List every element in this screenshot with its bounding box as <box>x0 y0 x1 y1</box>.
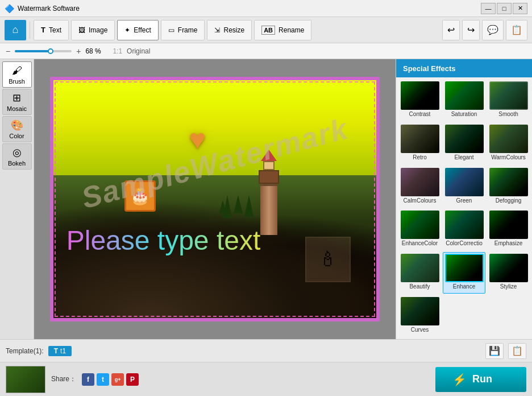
zoom-slider-thumb[interactable] <box>48 48 53 54</box>
template-tag: T t1 <box>48 346 72 356</box>
zoom-level: 68 % <box>85 47 108 55</box>
twitter-share[interactable]: t <box>97 373 109 386</box>
effect-label-contrast: Contrast <box>409 111 431 117</box>
effect-thumb-contrast <box>401 81 439 110</box>
cake-watermark: 🎂 <box>124 180 156 212</box>
effect-item-curves[interactable]: Curves <box>398 295 441 337</box>
zoom-bar: − + 68 % 1:1 Original <box>0 43 532 59</box>
effect-item-retro[interactable]: Retro <box>398 123 441 164</box>
zoom-ratio-sep: 1:1 <box>113 47 122 55</box>
effect-thumb-enhance <box>445 254 484 282</box>
pinterest-share[interactable]: P <box>126 373 139 386</box>
effect-thumb-green <box>445 168 484 196</box>
image-sky <box>53 80 376 187</box>
lighthouse-decoration <box>252 161 286 235</box>
effect-item-enhance[interactable]: Enhance <box>443 252 485 294</box>
share-label: Share： <box>51 374 76 384</box>
effect-image-colorcorrection <box>445 211 484 239</box>
effect-label: Effect <box>134 26 151 34</box>
canvas-area[interactable]: ♥ 🎂 🕯 SampleWatermark Please type text <box>34 59 396 339</box>
image-button[interactable]: 🖼 Image <box>71 20 115 40</box>
google-share[interactable]: g+ <box>111 373 124 386</box>
canvas-wrapper: ♥ 🎂 🕯 SampleWatermark Please type text <box>50 77 380 321</box>
home-button[interactable]: ⌂ <box>5 20 26 40</box>
effect-item-stylize[interactable]: Stylize <box>487 252 530 294</box>
effect-item-contrast[interactable]: Contrast <box>398 80 441 121</box>
effect-item-calmcolours[interactable]: CalmColours <box>398 166 441 208</box>
effect-item-warmcolours[interactable]: WarmColours <box>487 123 530 164</box>
effect-item-colorcorrection[interactable]: ColorCorrectio <box>443 209 485 250</box>
image-label: Image <box>89 26 107 34</box>
effect-thumb-enhancecolor <box>401 211 439 239</box>
template-saveas-button[interactable]: 📋 <box>508 343 526 359</box>
mosaic-tool[interactable]: ⊞ Mosaic <box>2 89 32 115</box>
rename-button[interactable]: AB Rename <box>254 20 311 40</box>
share-icons: f t g+ P <box>82 373 139 386</box>
zoom-in-icon[interactable]: + <box>76 47 81 56</box>
effect-item-smooth[interactable]: Smooth <box>487 80 530 121</box>
template-save-button[interactable]: 💾 <box>485 343 504 359</box>
effects-panel-title: Special Effects <box>403 64 456 73</box>
effect-label-beautify: Beautify <box>409 283 430 290</box>
rename-label: Rename <box>279 26 304 34</box>
canvas-type-text[interactable]: Please type text <box>66 225 261 256</box>
resize-label: Resize <box>223 26 244 34</box>
effect-label-elegant: Elegant <box>455 154 474 160</box>
effect-thumb-curves <box>401 297 439 325</box>
effect-image-enhance <box>446 255 483 281</box>
effect-label-emphasize: Emphasize <box>494 240 522 246</box>
effect-item-emphasize[interactable]: Emphasize <box>487 209 530 250</box>
lighthouse-body <box>260 184 277 235</box>
facebook-icon: f <box>87 376 89 383</box>
main-area: 🖌 Brush ⊞ Mosaic 🎨 Color ◎ Bokeh <box>0 59 532 339</box>
template-label: Template(1): <box>6 347 44 355</box>
effect-image-curves <box>401 297 439 325</box>
resize-button[interactable]: ⇲ Resize <box>207 20 252 40</box>
run-icon: ⚡ <box>452 373 467 386</box>
effect-thumb-retro <box>401 125 439 153</box>
home-icon: ⌂ <box>13 24 19 36</box>
color-tool[interactable]: 🎨 Color <box>2 116 32 142</box>
effect-item-elegant[interactable]: Elegant <box>443 123 485 164</box>
effect-item-defogging[interactable]: Defogging <box>487 166 530 208</box>
effect-button[interactable]: ✦ Effect <box>117 20 158 40</box>
mosaic-label: Mosaic <box>7 105 27 112</box>
brush-tool[interactable]: 🖌 Brush <box>2 61 32 88</box>
effect-item-beautify[interactable]: Beautify <box>398 252 441 294</box>
zoom-out-icon[interactable]: − <box>6 47 10 56</box>
close-button[interactable]: ✕ <box>513 3 527 14</box>
run-button[interactable]: ⚡ Run <box>435 367 526 392</box>
effect-item-enhancecolor[interactable]: EnhanceColor <box>398 209 441 250</box>
effect-thumb-warmcolours <box>489 125 528 153</box>
redo-button[interactable]: ↪ <box>462 20 480 40</box>
effect-item-green[interactable]: Green <box>443 166 485 208</box>
text-button[interactable]: T Text <box>34 20 69 40</box>
zoom-slider[interactable] <box>15 50 72 52</box>
bottom-bar: Share： f t g+ P ⚡ Run <box>0 362 532 396</box>
preview-thumbnail <box>6 366 45 393</box>
app-icon: 🔷 <box>5 4 14 13</box>
heart-decoration: ♥ <box>189 123 206 156</box>
minimize-button[interactable]: — <box>481 3 496 14</box>
effect-item-saturation[interactable]: Saturation <box>443 80 485 121</box>
effect-image-stylize <box>489 254 528 282</box>
effect-image-calmcolours <box>401 168 439 196</box>
effect-thumb-emphasize <box>489 211 528 239</box>
run-label: Run <box>472 373 492 385</box>
resize-icon: ⇲ <box>214 26 220 34</box>
effect-image-elegant <box>445 125 484 153</box>
lighthouse-roof <box>261 150 277 161</box>
template-bar: Template(1): T t1 💾 📋 <box>0 339 532 362</box>
facebook-share[interactable]: f <box>82 373 94 386</box>
frame-button[interactable]: ▭ Frame <box>161 20 205 40</box>
effect-image-contrast <box>401 81 439 110</box>
undo-button[interactable]: ↩ <box>442 20 460 40</box>
left-tools-panel: 🖌 Brush ⊞ Mosaic 🎨 Color ◎ Bokeh <box>0 59 34 339</box>
lighthouse-top <box>259 170 279 184</box>
brush-icon: 🖌 <box>12 65 22 77</box>
maximize-button[interactable]: □ <box>497 3 512 14</box>
batch-save-button[interactable]: 📋 <box>506 20 527 40</box>
title-bar-left: 🔷 Watermark Software <box>5 4 80 13</box>
bokeh-tool[interactable]: ◎ Bokeh <box>2 143 32 170</box>
chat-button[interactable]: 💬 <box>482 20 504 40</box>
